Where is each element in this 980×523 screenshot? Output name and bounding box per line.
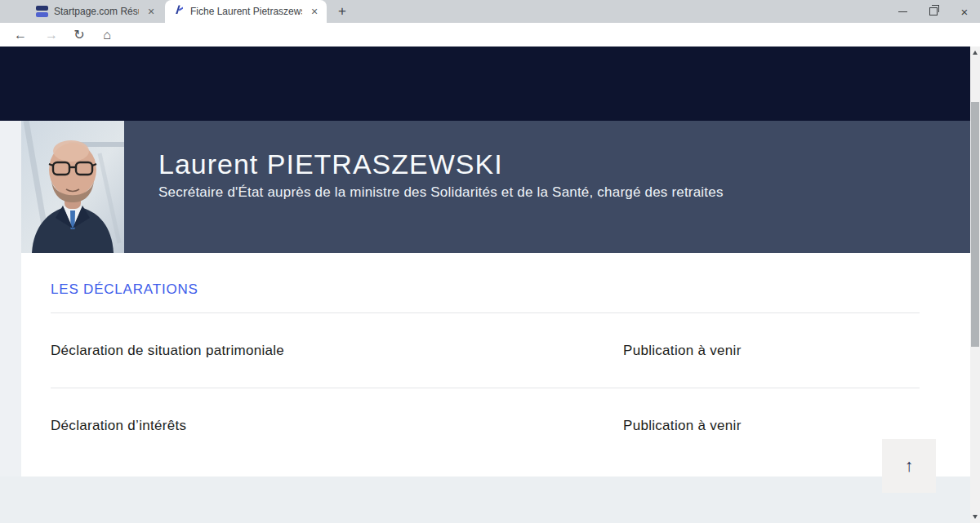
divider	[51, 388, 920, 388]
tab-title: Fiche Laurent Pietraszewski	[190, 6, 302, 17]
declarant-role: Secrétaire d'État auprès de la ministre …	[158, 184, 724, 201]
declaration-row-status: Publication à venir	[623, 418, 742, 434]
close-button[interactable]: ×	[949, 0, 980, 23]
minimize-icon	[898, 11, 907, 12]
restore-icon	[929, 7, 938, 16]
tab-close-icon[interactable]: ×	[307, 4, 322, 19]
declaration-row-label: Déclaration d’intérêts	[51, 418, 186, 434]
minimize-button[interactable]	[887, 0, 918, 23]
page-left-margin	[0, 121, 21, 476]
tab-startpage[interactable]: Startpage.com Résultats de la rec ×	[28, 0, 163, 23]
scrollbar-thumb[interactable]	[971, 102, 979, 347]
declaration-row-status: Publication à venir	[623, 343, 742, 359]
page-footer-band	[0, 476, 970, 523]
tab-hatvp[interactable]: Fiche Laurent Pietraszewski ×	[165, 0, 327, 23]
browser-window: Startpage.com Résultats de la rec × Fich…	[0, 0, 980, 523]
startpage-favicon-icon	[36, 6, 48, 18]
restore-button[interactable]	[918, 0, 949, 23]
tab-title: Startpage.com Résultats de la rec	[54, 6, 139, 17]
back-button[interactable]: ←	[10, 24, 31, 45]
refresh-button[interactable]: ↻	[69, 24, 90, 45]
tab-close-icon[interactable]: ×	[144, 4, 158, 19]
arrow-up-icon: ↑	[905, 456, 914, 476]
hatvp-favicon-icon	[173, 4, 185, 19]
new-tab-button[interactable]: +	[333, 3, 351, 20]
home-button[interactable]: ⌂	[96, 24, 118, 45]
scrollbar-up-arrow-icon[interactable]	[973, 51, 978, 55]
divider	[51, 312, 920, 313]
profile-header: Laurent PIETRASZEWSKI Secrétaire d'État …	[124, 121, 970, 253]
close-icon: ×	[961, 5, 969, 19]
scrollbar-down-arrow-icon[interactable]	[973, 515, 978, 519]
forward-button[interactable]: →	[41, 24, 62, 45]
declarant-photo	[21, 121, 124, 253]
browser-toolbar: ← → ↻ ⌂ https://www.hatvp.fr/fiche-nomin…	[0, 23, 980, 47]
declaration-row-label: Déclaration de situation patrimoniale	[51, 343, 284, 359]
scroll-to-top-button[interactable]: ↑	[882, 439, 936, 493]
site-header-band	[0, 47, 970, 121]
declarant-name: Laurent PIETRASZEWSKI	[158, 148, 503, 180]
tab-strip: Startpage.com Résultats de la rec × Fich…	[0, 0, 980, 23]
page-scrollbar[interactable]	[970, 47, 980, 523]
window-controls: ×	[887, 0, 980, 23]
declarations-heading: LES DÉCLARATIONS	[51, 281, 198, 298]
